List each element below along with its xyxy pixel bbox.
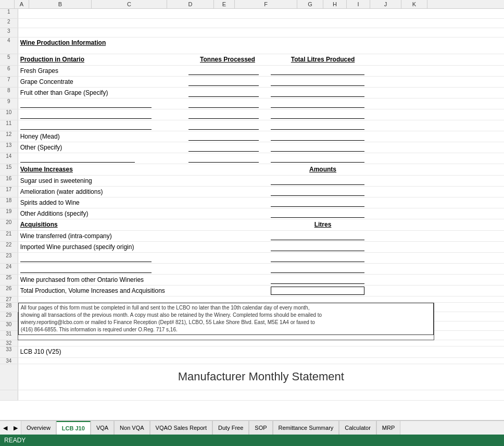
tab-remittance[interactable]: Remittance Summary — [273, 421, 339, 435]
table-row: Manufacturer Monthly Statement — [0, 364, 504, 390]
table-row: 28 All four pages of this form must be c… — [0, 302, 504, 312]
amount-input-18[interactable] — [271, 199, 364, 207]
specify-input-24[interactable] — [20, 265, 152, 273]
specify-input-10[interactable] — [20, 110, 152, 119]
tonnes-input-9[interactable] — [188, 100, 259, 108]
tab-duty-free[interactable]: Duty Free — [212, 421, 249, 435]
row-num: 5 — [0, 54, 18, 65]
litres-input-11[interactable] — [271, 121, 364, 130]
table-row: 33 LCB J10 (V25) — [0, 346, 504, 357]
litres-input-7[interactable] — [271, 78, 364, 86]
table-row: 11 — [0, 120, 504, 131]
specify-input-14[interactable] — [20, 154, 135, 163]
litres-input-12[interactable] — [271, 132, 364, 141]
row-num: 21 — [0, 230, 18, 241]
row-num: 19 — [0, 208, 18, 219]
tab-vqao-sales[interactable]: VQAO Sales Report — [150, 421, 212, 435]
row-num — [0, 390, 18, 400]
tonnes-input-8[interactable] — [188, 89, 259, 97]
litres-input-24[interactable] — [271, 265, 364, 273]
total-production-label: Total Production, Volume Increases and A… — [20, 287, 165, 294]
specify-input-9[interactable] — [20, 100, 152, 108]
tonnes-input-7[interactable] — [188, 78, 259, 86]
table-row: 7 Grape Concentrate — [0, 76, 504, 87]
tonnes-input-11[interactable] — [188, 121, 259, 130]
tab-non-vqa[interactable]: Non VQA — [114, 421, 149, 435]
tab-calculator[interactable]: Calculator — [339, 421, 376, 435]
tonnes-input-13[interactable] — [188, 143, 259, 152]
litres-input-23[interactable] — [271, 254, 364, 262]
title-cell: Wine Production Information — [18, 37, 345, 54]
column-headers: A B C D E F G H I J K — [0, 0, 504, 9]
tonnes-input-14[interactable] — [188, 154, 259, 163]
row-num: 15 — [0, 164, 18, 175]
tab-sop[interactable]: SOP — [249, 421, 272, 435]
litres-input-13[interactable] — [271, 143, 364, 152]
litres-input-21[interactable] — [271, 232, 364, 240]
litres-input-6[interactable] — [271, 67, 364, 75]
row-num: 29 — [0, 312, 18, 321]
col-header-e: E — [214, 0, 235, 8]
row-num: 22 — [0, 241, 18, 252]
amount-input-19[interactable] — [271, 209, 364, 218]
row-num: 20 — [0, 219, 18, 230]
amount-input-16[interactable] — [271, 177, 364, 185]
table-row: 34 — [0, 357, 504, 364]
main-title: Manufacturer Monthly Statement — [178, 370, 344, 383]
tonnes-input-6[interactable] — [188, 67, 259, 75]
production-label: Production in Ontario — [20, 56, 84, 63]
table-row: 22 Imported Wine purchased (specify orig… — [0, 241, 504, 252]
col-header-b: B — [29, 0, 92, 8]
row-num: 34 — [0, 357, 18, 364]
tab-scroll-right[interactable]: ▶ — [10, 421, 21, 435]
table-row: 21 Wine transferred (intra-company) — [0, 230, 504, 241]
table-row: 2 — [0, 18, 504, 28]
table-row: 9 — [0, 98, 504, 109]
total-input-26[interactable] — [271, 287, 364, 295]
litres-input-25[interactable] — [271, 276, 364, 284]
col-header-g: G — [297, 0, 323, 8]
row-num: 27 — [0, 296, 18, 302]
tonnes-input-12[interactable] — [188, 132, 259, 141]
table-row: 4 Wine Production Information — [0, 37, 504, 54]
litres-input-14[interactable] — [271, 154, 364, 163]
status-text: READY — [4, 437, 26, 444]
tab-lcb-j10[interactable]: LCB J10 — [56, 421, 91, 435]
litres-input-10[interactable] — [271, 110, 364, 119]
table-row: 26 Total Production, Volume Increases an… — [0, 285, 504, 296]
tab-overview[interactable]: Overview — [21, 421, 56, 435]
col-header-d: D — [167, 0, 214, 8]
tab-vqa[interactable]: VQA — [91, 421, 114, 435]
fresh-grapes-label: Fresh Grapes — [20, 67, 58, 75]
table-row: 6 Fresh Grapes — [0, 65, 504, 76]
litres-input-22[interactable] — [271, 243, 364, 251]
fresh-grapes-cell: Fresh Grapes — [18, 65, 186, 76]
row-num: 7 — [0, 76, 18, 87]
tonnes-label: Tonnes Processed — [200, 56, 255, 63]
row-num: 4 — [0, 37, 18, 54]
specify-input-11[interactable] — [20, 121, 152, 130]
row-num: 14 — [0, 153, 18, 164]
acquisitions-label: Acquisitions — [20, 221, 58, 228]
row-num: 23 — [0, 252, 18, 263]
notice-line-2: showing all transactions of the previous… — [21, 312, 322, 318]
col-header-f: F — [235, 0, 297, 8]
litres-input-9[interactable] — [271, 100, 364, 108]
tab-mrp[interactable]: MRP — [376, 421, 400, 435]
notice-text: All four pages of this form must be comp… — [18, 303, 434, 335]
row-num: 11 — [0, 120, 18, 131]
table-row: 17 Amelioration (water additions) — [0, 186, 504, 197]
table-row: 10 — [0, 109, 504, 120]
litres-input-8[interactable] — [271, 89, 364, 97]
table-row: 3 — [0, 28, 504, 37]
corner-cell — [0, 0, 15, 8]
specify-input-23[interactable] — [20, 254, 152, 262]
tabs-bar: ◀ ▶ Overview LCB J10 VQA Non VQA VQAO Sa… — [0, 420, 504, 435]
table-row: 14 — [0, 153, 504, 164]
tonnes-header: Tonnes Processed — [186, 54, 269, 65]
fruit-other-label: Fruit other than Grape (Specify) — [20, 89, 108, 96]
amount-input-17[interactable] — [271, 188, 364, 196]
tonnes-input-10[interactable] — [188, 110, 259, 119]
table-row: 1 — [0, 9, 504, 18]
tab-scroll-left[interactable]: ◀ — [0, 421, 10, 435]
